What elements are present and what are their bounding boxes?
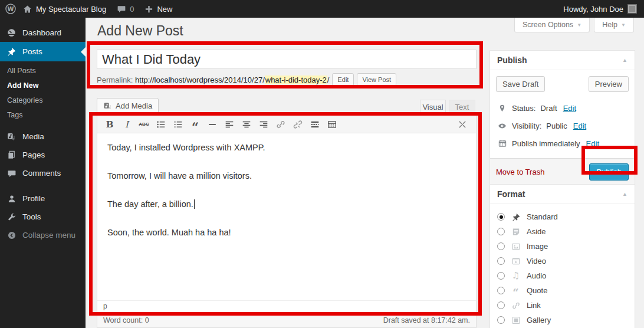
comments-shortcut[interactable]: 0 (117, 4, 134, 14)
paragraph-text: Soon, the world. Muah ha ha ha! (107, 228, 231, 237)
format-radio-gallery[interactable] (497, 316, 505, 324)
edit-schedule-link[interactable]: Edit (586, 139, 599, 148)
media-icon (6, 132, 17, 142)
format-radio-standard[interactable] (497, 213, 505, 221)
sidebar-item-comments[interactable]: Comments (0, 164, 86, 182)
preview-button[interactable]: Preview (589, 76, 629, 92)
toolbar-toggle-icon[interactable] (324, 117, 340, 132)
format-option-gallery[interactable]: Gallery (490, 313, 635, 327)
post-title-input[interactable] (97, 50, 477, 69)
sidebar-item-label: Media (22, 132, 44, 141)
format-radio-aside[interactable] (497, 228, 505, 235)
tab-visual[interactable]: Visual (420, 100, 446, 114)
italic-icon[interactable]: I (119, 117, 134, 132)
save-draft-button[interactable]: Save Draft (496, 76, 545, 92)
format-option-aside[interactable]: Aside (490, 224, 635, 239)
help-button[interactable]: Help ▼ (594, 18, 634, 32)
edit-permalink-button[interactable]: Edit (332, 73, 354, 86)
format-radio-image[interactable] (497, 242, 505, 250)
link-icon (510, 301, 521, 310)
collapse-arrow-icon (6, 231, 17, 240)
image-icon (510, 242, 521, 251)
howdy-text: Howdy, John Doe (563, 5, 623, 14)
format-radio-link[interactable] (497, 301, 505, 309)
draft-saved-timestamp: Draft saved at 8:17:42 am. (383, 316, 470, 324)
more-tag-icon[interactable] (307, 117, 323, 132)
sidebar-item-collapse-menu[interactable]: Collapse menu (0, 226, 86, 244)
unlink-icon[interactable] (290, 117, 305, 132)
horizontal-rule-icon[interactable] (205, 117, 220, 132)
site-name-link[interactable]: My Spectacular Blog (22, 4, 106, 14)
tab-text[interactable]: Text (449, 100, 475, 114)
my-account-menu[interactable]: Howdy, John Doe (563, 4, 637, 14)
posts-submenu: All Posts Add New Categories Tags (0, 61, 86, 127)
sidebar-item-dashboard[interactable]: Dashboard (0, 24, 86, 42)
align-center-icon[interactable] (239, 117, 254, 132)
edit-visibility-link[interactable]: Edit (573, 122, 586, 130)
main-content: Add New Post Screen Options ▼ Help ▼ Per… (86, 18, 644, 328)
sidebar-item-posts[interactable]: Posts (0, 42, 86, 61)
format-option-link[interactable]: Link (490, 298, 635, 313)
sidebar-item-profile[interactable]: Profile (0, 189, 86, 208)
audio-note-icon: ♫ (510, 271, 521, 280)
align-right-icon[interactable] (256, 117, 271, 132)
format-option-standard[interactable]: Standard (490, 209, 635, 224)
format-option-video[interactable]: Video (490, 254, 635, 268)
format-option-quote[interactable]: “ Quote (490, 283, 635, 298)
permalink-row: Permalink: http://localhost/wordpress/20… (97, 73, 396, 86)
new-label: New (157, 5, 172, 14)
sidebar-item-media[interactable]: Media (0, 127, 86, 146)
format-option-label: Aside (527, 227, 546, 236)
admin-bar: W My Spectacular Blog 0 New Howdy, John … (0, 0, 644, 18)
format-option-label: Link (527, 301, 541, 310)
submenu-tags[interactable]: Tags (0, 108, 86, 123)
add-media-icon (103, 101, 112, 110)
status-value: Draft (540, 104, 557, 113)
fullscreen-icon[interactable] (455, 117, 470, 132)
profile-icon (6, 194, 17, 204)
edit-status-link[interactable]: Edit (563, 104, 576, 113)
view-post-button[interactable]: View Post (357, 73, 396, 86)
eye-icon (497, 121, 507, 131)
collapse-panel-icon[interactable]: ▲ (622, 57, 627, 63)
format-option-label: Gallery (527, 316, 551, 324)
video-icon (510, 257, 521, 266)
screen-options-button[interactable]: Screen Options ▼ (514, 18, 590, 32)
editor-element-path[interactable]: p (97, 300, 476, 313)
new-content-menu[interactable]: New (144, 5, 172, 14)
format-option-image[interactable]: Image (490, 239, 635, 254)
chevron-down-icon: ▼ (577, 22, 581, 28)
blockquote-icon[interactable]: “ (188, 117, 203, 132)
publish-panel-header[interactable]: Publish ▲ (490, 51, 635, 70)
format-radio-video[interactable] (497, 257, 505, 265)
format-option-audio[interactable]: ♫ Audio (490, 268, 635, 283)
sidebar-item-pages[interactable]: Pages (0, 146, 86, 164)
editor-content-area[interactable]: Today, I installed Wordpress with XAMPP.… (97, 133, 476, 300)
numbered-list-icon[interactable] (170, 117, 186, 132)
bold-icon[interactable]: B (102, 117, 117, 132)
format-panel-header[interactable]: Format ▲ (490, 185, 635, 204)
submenu-all-posts[interactable]: All Posts (0, 64, 86, 78)
strikethrough-icon[interactable]: ABC (136, 117, 152, 132)
bullet-list-icon[interactable] (153, 117, 169, 132)
aside-icon (510, 227, 521, 237)
collapse-panel-icon[interactable]: ▲ (622, 191, 627, 197)
submenu-categories[interactable]: Categories (0, 93, 86, 108)
svg-text:W: W (7, 6, 14, 12)
format-radio-audio[interactable] (497, 272, 505, 280)
page-title: Add New Post (97, 23, 183, 39)
link-icon[interactable] (273, 117, 288, 132)
sidebar-item-label: Dashboard (22, 28, 61, 37)
wordpress-logo-menu[interactable]: W (5, 3, 17, 15)
format-radio-quote[interactable] (497, 287, 505, 294)
add-media-button[interactable]: Add Media (97, 98, 159, 114)
publish-button[interactable]: Publish (589, 163, 629, 181)
wrench-icon (6, 212, 17, 222)
publish-panel-title: Publish (497, 55, 527, 65)
submenu-add-new[interactable]: Add New (0, 78, 86, 93)
sidebar-item-tools[interactable]: Tools (0, 208, 86, 226)
permalink-slug[interactable]: what-i-did-today-2 (265, 76, 327, 84)
align-left-icon[interactable] (222, 117, 237, 132)
move-to-trash-link[interactable]: Move to Trash (496, 168, 544, 176)
permalink-trailing-slash: / (327, 76, 330, 84)
